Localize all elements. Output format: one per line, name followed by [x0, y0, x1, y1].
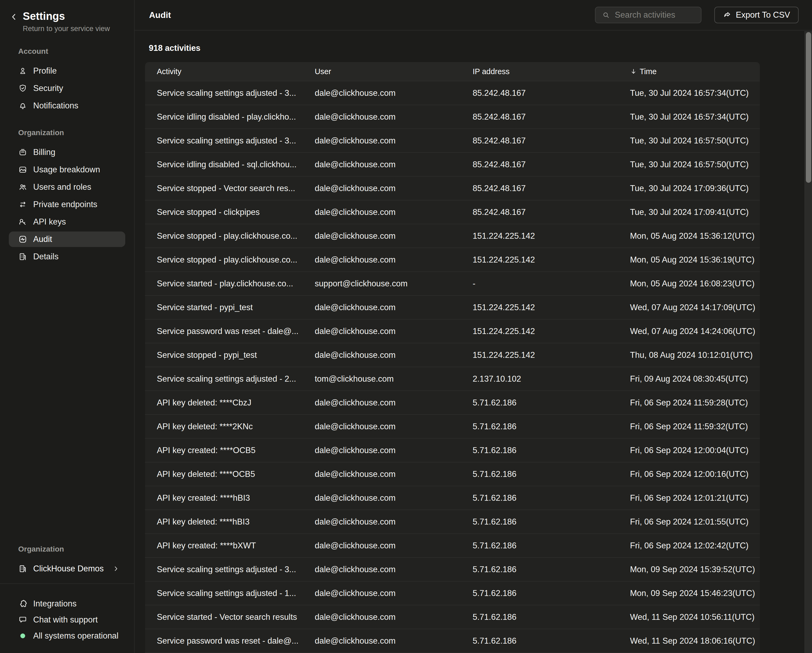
activity-cell: Service stopped - clickpipes: [157, 207, 315, 217]
time-cell: Fri, 06 Sep 2024 11:59:28(UTC): [630, 398, 760, 407]
column-header-time[interactable]: Time: [630, 67, 760, 76]
chart-square-icon: [18, 165, 27, 174]
sidebar-item-integrations[interactable]: Integrations: [9, 596, 125, 612]
user-cell: tom@clickhouse.com: [315, 374, 473, 384]
table-row: Service stopped - play.clickhouse.co...d…: [145, 247, 760, 272]
search-input[interactable]: [615, 10, 696, 20]
table-row: Service scaling settings adjusted - 2...…: [145, 367, 760, 391]
export-csv-button[interactable]: Export To CSV: [714, 7, 798, 23]
user-cell: dale@clickhouse.com: [315, 541, 473, 551]
table-row: Service idling disabled - sql.clickhou..…: [145, 152, 760, 176]
time-cell: Tue, 30 Jul 2024 17:09:36(UTC): [630, 184, 760, 193]
user-cell: dale@clickhouse.com: [315, 565, 473, 574]
user-cell: dale@clickhouse.com: [315, 112, 473, 122]
ip-cell: 5.71.62.186: [473, 517, 630, 527]
back-button[interactable]: [9, 12, 18, 23]
return-to-service-link[interactable]: Return to your service view: [23, 24, 110, 33]
time-cell: Fri, 06 Sep 2024 12:02:42(UTC): [630, 541, 760, 551]
sidebar-item-usage-breakdown[interactable]: Usage breakdown: [9, 162, 125, 177]
arrow-down-icon: [630, 68, 637, 75]
user-cell: dale@clickhouse.com: [315, 136, 473, 146]
column-header-activity[interactable]: Activity: [157, 67, 315, 76]
table-row: Service scaling settings adjusted - 3...…: [145, 81, 760, 105]
system-status[interactable]: All systems operational: [9, 628, 125, 644]
time-cell: Fri, 06 Sep 2024 12:01:21(UTC): [630, 493, 760, 503]
ip-cell: 5.71.62.186: [473, 446, 630, 455]
activity-cell: Service stopped - pypi_test: [157, 350, 315, 360]
sidebar-item-billing[interactable]: Billing: [9, 145, 125, 160]
search-icon: [602, 11, 610, 19]
activity-cell: Service password was reset - dale@...: [157, 636, 315, 646]
status-label: All systems operational: [33, 631, 119, 641]
time-cell: Wed, 07 Aug 2024 14:24:06(UTC): [630, 326, 760, 336]
org-switcher[interactable]: ClickHouse Demos: [9, 561, 125, 577]
table-row: Service password was reset - dale@...dal…: [145, 629, 760, 653]
sidebar-item-private-endpoints[interactable]: Private endpoints: [9, 197, 125, 212]
activity-cell: Service stopped - Vector search res...: [157, 184, 315, 193]
sidebar-item-label: Private endpoints: [33, 200, 98, 209]
users-icon: [18, 183, 27, 192]
sidebar-nav: AccountProfileSecurityNotificationsOrgan…: [0, 47, 134, 266]
sidebar-item-label: Details: [33, 252, 59, 261]
time-cell: Mon, 09 Sep 2024 15:46:23(UTC): [630, 589, 760, 598]
table-row: Service stopped - play.clickhouse.co...d…: [145, 224, 760, 247]
activity-cell: Service scaling settings adjusted - 1...: [157, 589, 315, 598]
building-icon: [18, 252, 27, 261]
user-cell: dale@clickhouse.com: [315, 88, 473, 98]
ip-cell: 151.224.225.142: [473, 231, 630, 241]
column-header-time-label: Time: [640, 67, 656, 76]
sidebar-footer: Integrations Chat with support All syste…: [0, 584, 134, 653]
ip-cell: 5.71.62.186: [473, 589, 630, 598]
sidebar-item-security[interactable]: Security: [9, 81, 125, 96]
ip-cell: 2.137.10.102: [473, 374, 630, 384]
user-cell: dale@clickhouse.com: [315, 517, 473, 527]
sidebar-item-chat-support[interactable]: Chat with support: [9, 612, 125, 628]
nav-section-label: Account: [18, 47, 125, 56]
sidebar-item-audit[interactable]: Audit: [9, 232, 125, 247]
table-row: Service stopped - Vector search res...da…: [145, 176, 760, 200]
ip-cell: 85.242.48.167: [473, 207, 630, 217]
time-cell: Tue, 30 Jul 2024 16:57:34(UTC): [630, 112, 760, 122]
ip-cell: 151.224.225.142: [473, 255, 630, 265]
activity-square-icon: [18, 235, 27, 244]
activity-cell: Service stopped - play.clickhouse.co...: [157, 231, 315, 241]
table-row: API key deleted: ****CbzJdale@clickhouse…: [145, 391, 760, 414]
sidebar-item-profile[interactable]: Profile: [9, 63, 125, 79]
user-icon: [18, 66, 27, 75]
activity-cell: Service scaling settings adjusted - 3...: [157, 136, 315, 146]
ip-cell: 5.71.62.186: [473, 469, 630, 479]
column-header-ip[interactable]: IP address: [473, 67, 630, 76]
table-row: Service started - play.clickhouse.co...s…: [145, 272, 760, 295]
user-cell: dale@clickhouse.com: [315, 493, 473, 503]
user-cell: dale@clickhouse.com: [315, 612, 473, 622]
sidebar-item-details[interactable]: Details: [9, 249, 125, 264]
column-header-user[interactable]: User: [315, 67, 473, 76]
user-cell: dale@clickhouse.com: [315, 255, 473, 265]
time-cell: Tue, 30 Jul 2024 16:57:50(UTC): [630, 136, 760, 146]
ip-cell: -: [473, 279, 630, 288]
activity-cell: Service scaling settings adjusted - 3...: [157, 565, 315, 574]
activity-cell: Service idling disabled - play.clickho..…: [157, 112, 315, 122]
ip-cell: 85.242.48.167: [473, 160, 630, 169]
table-row: Service scaling settings adjusted - 1...…: [145, 581, 760, 605]
time-cell: Fri, 09 Aug 2024 08:30:45(UTC): [630, 374, 760, 384]
table-row: Service stopped - clickpipesdale@clickho…: [145, 200, 760, 224]
table-row: API key created: ****bXWTdale@clickhouse…: [145, 533, 760, 557]
table-row: API key deleted: ****2KNcdale@clickhouse…: [145, 414, 760, 438]
scrollbar-thumb[interactable]: [806, 32, 811, 183]
puzzle-icon: [18, 599, 27, 608]
activity-cell: Service started - play.clickhouse.co...: [157, 279, 315, 288]
table-row: API key deleted: ****hBI3dale@clickhouse…: [145, 510, 760, 533]
time-cell: Fri, 06 Sep 2024 12:01:55(UTC): [630, 517, 760, 527]
sidebar-item-notifications[interactable]: Notifications: [9, 98, 125, 113]
table-row: Service scaling settings adjusted - 3...…: [145, 557, 760, 581]
time-cell: Wed, 11 Sep 2024 10:56:11(UTC): [630, 612, 760, 622]
ip-cell: 85.242.48.167: [473, 112, 630, 122]
topbar: Audit Export To CSV: [134, 0, 812, 31]
sidebar-item-users-and-roles[interactable]: Users and roles: [9, 179, 125, 195]
page-title: Audit: [149, 10, 171, 20]
activity-cell: Service idling disabled - sql.clickhou..…: [157, 160, 315, 169]
activity-cell: Service scaling settings adjusted - 2...: [157, 374, 315, 384]
ip-cell: 5.71.62.186: [473, 565, 630, 574]
sidebar-item-api-keys[interactable]: API keys: [9, 214, 125, 230]
